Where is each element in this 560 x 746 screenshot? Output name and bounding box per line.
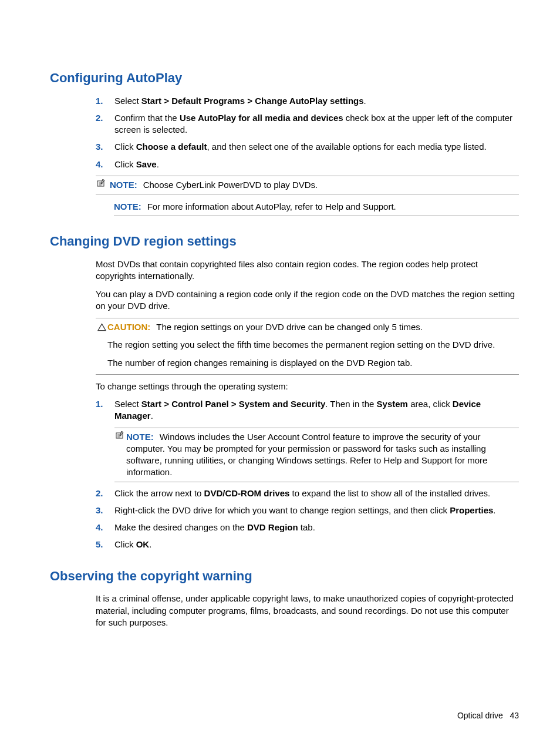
step-text: Right-click the DVD drive for which you … xyxy=(114,505,519,516)
step-text: Confirm that the Use AutoPlay for all me… xyxy=(114,112,519,136)
note-autoplay-help: NOTE: For more information about AutoPla… xyxy=(114,198,519,216)
svg-rect-0 xyxy=(97,181,104,186)
caution-icon xyxy=(96,321,107,333)
step-text: Click the arrow next to DVD/CD-ROM drive… xyxy=(114,488,519,499)
note-label: NOTE: xyxy=(110,179,137,191)
list-item: 3. Click Choose a default, and then sele… xyxy=(96,141,519,153)
note-uac: NOTE:Windows includes the User Account C… xyxy=(114,428,519,482)
note-label: NOTE: xyxy=(126,432,154,442)
list-item: 4. Click Save. xyxy=(96,159,519,170)
step-text: Click Choose a default, and then select … xyxy=(114,141,519,153)
step-number: 4. xyxy=(96,159,114,170)
heading-configuring-autoplay: Configuring AutoPlay xyxy=(50,69,519,87)
step-number: 1. xyxy=(96,398,114,410)
note-body: NOTE:Windows includes the User Account C… xyxy=(126,431,519,479)
list-item: 5. Click OK. xyxy=(96,539,519,550)
heading-dvd-region: Changing DVD region settings xyxy=(50,233,519,250)
region-steps: 1. Select Start > Control Panel > System… xyxy=(96,398,519,422)
step-text: Click OK. xyxy=(114,539,519,550)
step-text: Click Save. xyxy=(114,159,519,170)
step-text: Make the desired changes on the DVD Regi… xyxy=(114,522,519,533)
note-text: For more information about AutoPlay, ref… xyxy=(147,201,519,213)
step-text: Select Start > Control Panel > System an… xyxy=(114,398,519,422)
step-number: 2. xyxy=(96,488,114,499)
note-icon xyxy=(96,179,107,190)
note-text: Choose CyberLink PowerDVD to play DVDs. xyxy=(143,179,519,191)
step-number: 5. xyxy=(96,539,114,550)
autoplay-steps: 1. Select Start > Default Programs > Cha… xyxy=(96,95,519,170)
step-number: 2. xyxy=(96,112,114,124)
note-icon xyxy=(114,431,126,442)
paragraph: It is a criminal offense, under applicab… xyxy=(96,593,519,629)
note-powerdvd: NOTE: Choose CyberLink PowerDVD to play … xyxy=(96,176,519,194)
list-item: 1. Select Start > Default Programs > Cha… xyxy=(96,95,519,107)
caution-line: The region setting you select the fifth … xyxy=(107,339,519,351)
caution-line: The number of region changes remaining i… xyxy=(107,357,519,369)
list-item: 2. Click the arrow next to DVD/CD-ROM dr… xyxy=(96,488,519,499)
step-number: 4. xyxy=(96,522,114,533)
caution-body: CAUTION:The region settings on your DVD … xyxy=(107,321,519,371)
caution-label: CAUTION: xyxy=(107,322,150,332)
step-number: 1. xyxy=(96,95,114,107)
paragraph: To change settings through the operating… xyxy=(96,381,519,392)
caution-box: CAUTION:The region settings on your DVD … xyxy=(96,318,519,375)
list-item: 2. Confirm that the Use AutoPlay for all… xyxy=(96,112,519,136)
note-label: NOTE: xyxy=(114,201,141,213)
list-item: 4. Make the desired changes on the DVD R… xyxy=(96,522,519,533)
step-text: Select Start > Default Programs > Change… xyxy=(114,95,519,107)
paragraph: You can play a DVD containing a region c… xyxy=(96,288,519,312)
heading-copyright-warning: Observing the copyright warning xyxy=(50,567,519,585)
step-number: 3. xyxy=(96,505,114,516)
list-item: 1. Select Start > Control Panel > System… xyxy=(96,398,519,422)
paragraph: Most DVDs that contain copyrighted files… xyxy=(96,258,519,283)
list-item: 3. Right-click the DVD drive for which y… xyxy=(96,505,519,516)
step-number: 3. xyxy=(96,141,114,153)
region-steps-cont: 2. Click the arrow next to DVD/CD-ROM dr… xyxy=(96,488,519,551)
svg-rect-1 xyxy=(116,433,123,438)
